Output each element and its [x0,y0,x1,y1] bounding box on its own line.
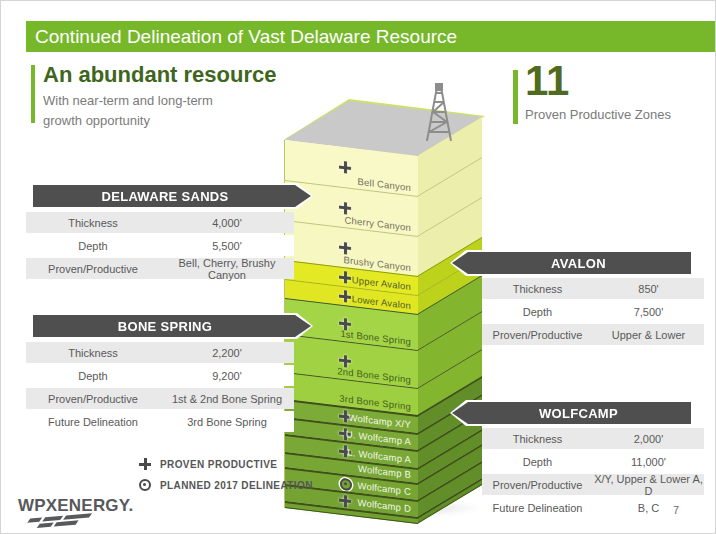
table-row: Thickness 850' [482,278,704,299]
delaware-sands-banner-label: DELAWARE SANDS [33,185,311,207]
legend: PROVEN PRODUCTIVE PLANNED 2017 DELINEATI… [139,457,313,499]
row-label: Proven/Productive [26,263,160,275]
avalon-table: Thickness 850' Depth 7,500' Proven/Produ… [482,278,704,347]
stat-value: 11 [525,57,569,105]
page-number: 7 [673,504,679,516]
row-label: Depth [482,306,593,318]
heading-subtitle-line1: With near-term and long-term [43,91,213,111]
row-value: X/Y, Upper & Lower A, D [593,473,704,497]
avalon-banner-label: AVALON [452,252,691,274]
table-row: Depth 11,000' [482,451,704,472]
proven-productive-icon [339,241,351,254]
table-row: Future Delineation B, C [482,497,704,518]
row-label: Thickness [482,283,593,295]
heading-subtitle-line2: growth opportunity [43,111,213,131]
wolfcamp-banner-label: WOLFCAMP [452,402,691,424]
stat-label: Proven Productive Zones [525,107,671,122]
proven-productive-icon [339,494,351,507]
proven-productive-icon [339,290,351,303]
oil-derrick-icon [422,83,456,141]
avalon-banner: AVALON [450,250,693,276]
stack-side-face [417,117,482,524]
legend-label: PROVEN PRODUCTIVE [160,459,277,470]
row-label: Future Delineation [26,416,160,428]
legend-item-proven-productive: PROVEN PRODUCTIVE [139,457,313,471]
proven-productive-icon [339,161,351,174]
row-label: Depth [26,240,160,252]
heading-title: An abundant resource [43,62,276,88]
row-value: 3rd Bone Spring [160,416,294,428]
bone-spring-banner-label: BONE SPRING [33,315,311,337]
table-row: Depth 5,500' [26,235,294,256]
row-value: Upper & Lower [593,329,704,341]
row-label: Depth [482,456,593,468]
row-label: Thickness [26,347,160,359]
row-label: Proven/Productive [482,479,593,491]
proven-productive-icon [339,201,351,214]
wolfcamp-banner: WOLFCAMP [450,400,693,426]
stat-accent-bar [513,70,518,124]
delaware-sands-table: Thickness 4,000' Depth 5,500' Proven/Pro… [26,212,294,281]
row-label: Depth [26,370,160,382]
table-row: Thickness 4,000' [26,212,294,233]
heading-accent-bar [31,65,35,123]
planned-delineation-icon [340,477,352,490]
table-row: Depth 9,200' [26,365,294,386]
row-value: 5,500' [160,240,294,252]
slide-title: Continued Delineation of Vast Delaware R… [35,26,457,47]
row-label: Proven/Productive [482,329,593,341]
table-row: Future Delineation 3rd Bone Spring [26,411,294,432]
slide-page: Continued Delineation of Vast Delaware R… [0,0,716,534]
row-value: 2,000' [593,433,704,445]
row-label: Future Delineation [482,502,593,514]
wpx-energy-logo: WPXENERGY. [18,496,133,516]
table-row: Proven/Productive X/Y, Upper & Lower A, … [482,474,704,495]
row-value: B, C [593,502,704,514]
heading-subtitle: With near-term and long-term growth oppo… [43,91,213,131]
row-value: 7,500' [593,306,704,318]
proven-productive-icon [139,458,151,470]
table-row: Proven/Productive Upper & Lower [482,324,704,345]
table-row: Thickness 2,000' [482,428,704,449]
row-label: Proven/Productive [26,393,160,405]
row-label: Thickness [482,433,593,445]
row-value: 4,000' [160,217,294,229]
row-value: 9,200' [160,370,294,382]
table-row: Proven/Productive Bell, Cherry, Brushy C… [26,258,294,279]
proven-productive-icon [339,271,351,284]
delaware-sands-banner: DELAWARE SANDS [31,183,313,209]
bone-spring-banner: BONE SPRING [31,313,313,339]
table-row: Thickness 2,200' [26,342,294,363]
row-label: Thickness [26,217,160,229]
row-value: 11,000' [593,456,704,468]
table-row: Proven/Productive 1st & 2nd Bone Spring [26,388,294,409]
bone-spring-table: Thickness 2,200' Depth 9,200' Proven/Pro… [26,342,294,434]
row-value: 850' [593,283,704,295]
table-row: Depth 7,500' [482,301,704,322]
legend-item-planned-delineation: PLANNED 2017 DELINEATION [139,478,313,492]
row-value: Bell, Cherry, Brushy Canyon [160,257,294,281]
planned-delineation-icon [139,479,151,491]
slide-title-bar: Continued Delineation of Vast Delaware R… [26,21,715,52]
row-value: 1st & 2nd Bone Spring [160,393,294,405]
row-value: 2,200' [160,347,294,359]
wolfcamp-table: Thickness 2,000' Depth 11,000' Proven/Pr… [482,428,704,520]
legend-label: PLANNED 2017 DELINEATION [160,480,313,491]
